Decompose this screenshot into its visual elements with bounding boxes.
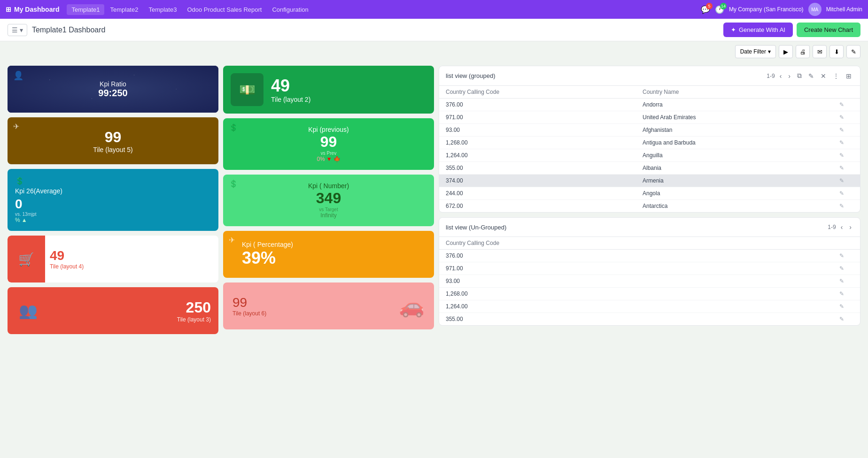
play-button[interactable]: ▶ [779, 45, 793, 58]
list-ungrouped-prev-button[interactable]: ‹ [839, 222, 845, 232]
list-grouped-next-button[interactable]: › [786, 71, 792, 81]
list-grouped-copy-button[interactable]: ⧉ [795, 71, 804, 81]
nav-template2[interactable]: Template2 [105, 4, 143, 15]
list-grouped-prev-button[interactable]: ‹ [778, 71, 784, 81]
list-grouped-title: list view (grouped) [446, 72, 496, 79]
row-edit-icon[interactable]: ✎ [839, 114, 853, 121]
kpi-number-inf: Infinity [308, 212, 349, 219]
list-grouped-controls: 1-9 ‹ › ⧉ ✎ ✕ ⋮ ⊞ [767, 71, 853, 81]
list-grouped-close-button[interactable]: ✕ [819, 71, 828, 81]
layout2-value: 49 [271, 76, 310, 96]
layout3-value: 250 [45, 299, 211, 316]
tile-kpi-prev: 💲 Kpi (previous) 99 vs Prev 0% ▼ 🍁 [223, 118, 434, 170]
table-row: 672.00 Antarctica ✎ [439, 200, 860, 212]
row-edit-icon[interactable]: ✎ [839, 316, 853, 322]
nav-configuration[interactable]: Configuration [267, 4, 313, 15]
row-code: 374.00 [446, 177, 643, 184]
kpi-number-title: Kpi ( Number) [308, 182, 349, 190]
row-edit-icon[interactable]: ✎ [839, 177, 853, 184]
table-row: 1,268.00 ✎ [439, 288, 860, 300]
row-code: 355.00 [446, 316, 643, 322]
date-filter-button[interactable]: Date Filter ▾ [735, 45, 776, 58]
kpi-prev-value: 99 [308, 133, 349, 151]
row-name: Antigua and Barbuda [643, 139, 839, 146]
row-edit-icon[interactable]: ✎ [839, 190, 853, 197]
paper-plane-icon2: ✈ [229, 236, 235, 244]
layout6-content: 99 Tile (layout 6) [232, 295, 266, 317]
kpi-number-vs-label: vs Target [308, 207, 349, 212]
table-row: 374.00 Armenia ✎ [439, 175, 860, 187]
list-ungrouped-columns: Country Calling Code [439, 237, 860, 250]
layout2-content: 49 Tile (layout 2) [271, 76, 310, 103]
kpi-number-value: 349 [308, 190, 349, 207]
list-ungrouped-controls: 1-9 ‹ › [828, 222, 853, 232]
row-code: 93.00 [446, 278, 643, 284]
row-edit-icon[interactable]: ✎ [839, 152, 853, 159]
email-button[interactable]: ✉ [813, 45, 827, 58]
row-edit-icon[interactable]: ✎ [839, 203, 853, 209]
dollar-circle-icon3: 💲 [229, 179, 238, 188]
list-grouped-edit-button[interactable]: ✎ [806, 71, 816, 81]
row-edit-icon[interactable]: ✎ [839, 165, 853, 171]
table-row: 1,264.00 ✎ [439, 300, 860, 313]
main-content: 👤 Kpi Ratio 99:250 ✈ 99 Tile (layout 5) … [0, 62, 868, 342]
list-ungrouped-pagination: 1-9 [828, 224, 836, 230]
company-name: My Company (San Francisco) [729, 6, 804, 13]
row-name: United Arab Emirates [643, 114, 839, 121]
brand[interactable]: ⊞ My Dashboard [6, 6, 59, 13]
print-button[interactable]: 🖨 [796, 45, 810, 58]
kpi-ratio-value: 99:250 [98, 88, 127, 99]
row-edit-icon[interactable]: ✎ [839, 290, 853, 297]
down-arrow-icon: ▼ [326, 156, 332, 162]
row-edit-icon[interactable]: ✎ [839, 252, 853, 259]
user-name: Mitchell Admin [826, 6, 862, 13]
nav-template3[interactable]: Template3 [144, 4, 181, 15]
list-ungrouped-next-button[interactable]: › [847, 222, 853, 232]
row-edit-icon[interactable]: ✎ [839, 278, 853, 284]
list-view-grouped-card: list view (grouped) 1-9 ‹ › ⧉ ✎ ✕ ⋮ ⊞ Co… [439, 66, 860, 213]
create-chart-button[interactable]: Create New Chart [797, 23, 860, 37]
kpi-pct-title: Kpi ( Percentage) [242, 241, 293, 248]
clock-badge[interactable]: 🕐 14 [715, 5, 724, 14]
top-nav-menu: Template1 Template2 Template3 Odoo Produ… [67, 4, 693, 15]
row-edit-icon[interactable]: ✎ [839, 265, 853, 272]
ai-icon: ✦ [731, 26, 736, 33]
chat-badge[interactable]: 💬 5 [701, 5, 710, 14]
mid-tiles-col: 💵 49 Tile (layout 2) 💲 Kpi (previous) 99… [223, 66, 434, 334]
col-code-ungrouped-header: Country Calling Code [446, 240, 643, 246]
tile-kpi26: 💲 Kpi 26(Average) 0 vs. 13mjpt % ▲ [8, 169, 218, 231]
nav-odoo-report[interactable]: Odoo Product Sales Report [182, 4, 266, 15]
nav-template1[interactable]: Template1 [67, 4, 104, 15]
table-row: 376.00 ✎ [439, 250, 860, 262]
layout4-label: Tile (layout 4) [50, 263, 84, 270]
table-row: 93.00 Afghanistan ✎ [439, 124, 860, 137]
table-row: 355.00 ✎ [439, 313, 860, 325]
row-code: 1,264.00 [446, 303, 643, 310]
download-button[interactable]: ⬇ [829, 45, 844, 58]
second-bar-right: ✦ Generate With AI Create New Chart [723, 23, 860, 37]
row-code: 1,268.00 [446, 290, 643, 297]
edit-button[interactable]: ✎ [846, 45, 860, 58]
menu-toggle-button[interactable]: ☰ ▾ [8, 24, 27, 36]
row-edit-icon[interactable]: ✎ [839, 139, 853, 146]
row-edit-icon[interactable]: ✎ [839, 101, 853, 108]
cart-icon: 🛒 [8, 236, 45, 282]
list-grouped-more-button[interactable]: ⋮ [831, 71, 841, 81]
user-avatar[interactable]: MA [808, 3, 822, 16]
tile-layout4: 🛒 49 Tile (layout 4) [8, 236, 218, 282]
right-col: list view (grouped) 1-9 ‹ › ⧉ ✎ ✕ ⋮ ⊞ Co… [439, 66, 860, 334]
list-grouped-settings-button[interactable]: ⊞ [844, 71, 853, 81]
kpi-prev-change-val: 0% [317, 156, 325, 162]
table-row: 971.00 ✎ [439, 262, 860, 275]
tile-kpi-number: 💲 Kpi ( Number) 349 vs Target Infinity [223, 175, 434, 226]
layout2-label: Tile (layout 2) [271, 96, 310, 103]
kpi-ratio-title: Kpi Ratio [98, 80, 127, 88]
table-row: 355.00 Albania ✎ [439, 162, 860, 175]
row-edit-icon[interactable]: ✎ [839, 303, 853, 310]
list-view-ungrouped-card: list view (Un-Grouped) 1-9 ‹ › Country C… [439, 217, 860, 326]
kpi-prev-title: Kpi (previous) [308, 126, 349, 133]
generate-ai-button[interactable]: ✦ Generate With AI [723, 23, 793, 37]
brand-name: My Dashboard [14, 6, 59, 13]
table-row: 1,264.00 Anguilla ✎ [439, 149, 860, 162]
row-edit-icon[interactable]: ✎ [839, 127, 853, 133]
